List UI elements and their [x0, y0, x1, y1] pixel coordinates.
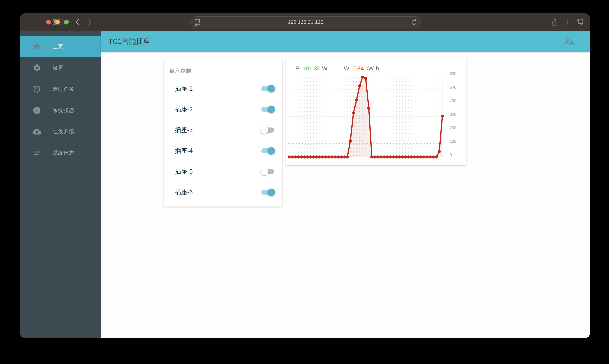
power-line-chart: [287, 72, 447, 164]
sidebar-item-label: 主页: [53, 43, 64, 50]
sidebar-item-settings[interactable]: 设置: [20, 57, 101, 78]
main-content: 插座控制 插座-1 插座-2 插座-3 插座-4: [101, 52, 590, 338]
forward-button[interactable]: [85, 13, 94, 31]
reload-icon[interactable]: [411, 19, 417, 26]
sidebar-item-online-upgrade[interactable]: 在线升级: [20, 121, 101, 142]
socket-5-toggle[interactable]: [261, 169, 274, 174]
energy-readout: W: 0.34 kW·h: [344, 65, 379, 72]
y-axis-tick: 600: [450, 71, 456, 76]
back-button[interactable]: [73, 13, 82, 31]
socket-row: 插座-6: [164, 182, 282, 203]
info-icon: [33, 106, 41, 115]
sidebar-item-label: 在线升级: [53, 128, 75, 135]
socket-label: 插座-2: [175, 105, 193, 114]
y-axis-tick: 200: [450, 125, 456, 130]
sidebar-item-label: 设置: [53, 65, 64, 71]
power-chart-card: P: 301.30 W W: 0.34 kW·h 0 100 200 300 4…: [286, 59, 466, 165]
socket-row: 插座-1: [164, 78, 282, 99]
socket-label: 插座-3: [175, 126, 193, 134]
socket-4-toggle[interactable]: [261, 148, 274, 153]
y-axis-tick: 500: [450, 85, 456, 90]
socket-label: 插座-4: [175, 146, 193, 155]
sidebar-nav: 主页 设置 定时任务: [20, 31, 101, 338]
sidebar-item-label: 系统日志: [53, 149, 75, 156]
socket-row: 插座-4: [164, 140, 282, 161]
alarm-clock-icon: [33, 85, 41, 93]
socket-label: 插座-1: [175, 84, 193, 93]
socket-row: 插座-5: [164, 161, 282, 182]
sidebar-item-home[interactable]: 主页: [20, 36, 101, 57]
sidebar-toggle-icon[interactable]: [52, 13, 62, 31]
power-readout: P: 301.30 W: [295, 65, 328, 72]
socket-card-title: 插座控制: [169, 67, 191, 75]
page-title: TC1智能插座: [108, 31, 150, 52]
chart-header: P: 301.30 W W: 0.34 kW·h: [295, 65, 328, 72]
new-tab-icon[interactable]: [562, 13, 572, 31]
socket-1-toggle[interactable]: [261, 86, 274, 91]
sidebar-item-timers[interactable]: 定时任务: [20, 78, 101, 100]
socket-control-card: 插座控制 插座-1 插座-2 插座-3 插座-4: [164, 59, 282, 207]
log-lines-icon: [33, 149, 41, 157]
browser-window: 192.168.31.123: [20, 13, 590, 338]
address-bar[interactable]: 192.168.31.123: [190, 16, 421, 28]
power-value: 301.30: [303, 65, 320, 72]
socket-label: 插座-6: [175, 188, 193, 196]
share-icon[interactable]: [550, 13, 560, 31]
socket-3-toggle[interactable]: [261, 128, 274, 133]
energy-value: 0.34: [352, 65, 364, 72]
socket-row: 插座-3: [164, 120, 282, 140]
y-axis-tick: 300: [450, 112, 456, 117]
sidebar-item-label: 定时任务: [53, 86, 75, 93]
sidebar-item-label: 系统状态: [53, 107, 75, 114]
cloud-download-icon: [33, 127, 41, 136]
gear-icon: [33, 64, 41, 72]
app-header: TC1智能插座 文A: [101, 31, 590, 52]
socket-label: 插座-5: [175, 167, 193, 176]
translate-icon[interactable]: 文A: [564, 36, 576, 47]
tab-overview-icon[interactable]: [574, 13, 585, 31]
url-text: 192.168.31.123: [191, 19, 421, 25]
home-icon: [33, 42, 41, 51]
chevron-down-icon[interactable]: [62, 13, 72, 31]
y-axis-tick: 100: [450, 139, 456, 144]
socket-row: 插座-2: [164, 99, 282, 120]
sidebar-item-system-log[interactable]: 系统日志: [20, 142, 101, 164]
sidebar-item-system-status[interactable]: 系统状态: [20, 100, 101, 121]
socket-2-toggle[interactable]: [261, 107, 274, 112]
web-page: 主页 设置 定时任务: [20, 31, 590, 338]
socket-6-toggle[interactable]: [261, 190, 274, 195]
close-button[interactable]: [46, 20, 51, 25]
browser-toolbar: 192.168.31.123: [20, 13, 590, 31]
y-axis-tick: 0: [450, 153, 452, 157]
y-axis-tick: 400: [450, 98, 456, 103]
